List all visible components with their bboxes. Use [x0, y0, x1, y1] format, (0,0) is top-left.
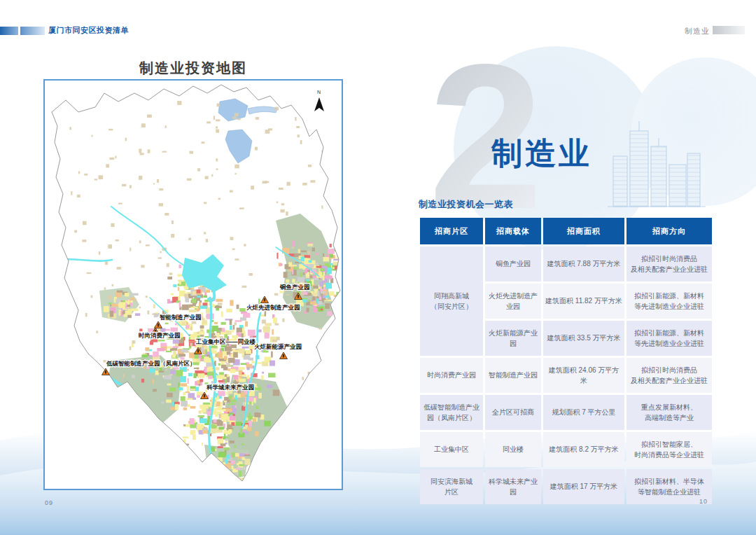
- cell-direction: 拟招引时尚消费品 及相关配套产业企业进驻: [626, 246, 712, 282]
- map-park-label: 低碳智能制造产业园（凤南片区）: [106, 360, 196, 367]
- table-title: 制造业投资机会一览表: [419, 198, 513, 211]
- document-page: 厦门市同安区投资清单 制造业 制造业投资地图: [0, 0, 756, 535]
- cell-size: 建筑面积 11.82 万平方米: [543, 284, 624, 319]
- cell-size: 建筑面积 7.88 万平方米: [543, 246, 624, 282]
- map-park-label: 时尚消费产业园: [139, 332, 181, 339]
- cell-carrier: 科学城未来产业园: [485, 469, 541, 504]
- buildings-illustration: [608, 116, 706, 208]
- map-park-label: 工业集中区——同业楼: [195, 338, 256, 345]
- cell-size: 建筑面积 17 万平方米: [543, 469, 624, 504]
- header-brand: 厦门市同安区投资清单: [48, 25, 129, 36]
- column-header-carrier: 招商载体: [485, 218, 541, 244]
- cell-area: 低碳智能制造产业 园（凤南片区）: [420, 395, 483, 430]
- table-row: 低碳智能制造产业 园（凤南片区） 全片区可招商 规划面积 7 平方公里 重点发展…: [420, 395, 712, 430]
- page-number-right: 10: [699, 498, 708, 505]
- column-header-size: 招商面积: [543, 218, 624, 244]
- cell-direction: 拟招引时尚消费品 及相关配套产业企业进驻: [626, 358, 712, 393]
- cell-size: 建筑面积 24.06 万平方米: [543, 358, 624, 393]
- cell-carrier: 同业楼: [485, 432, 541, 467]
- cell-size: 建筑面积 33.5 万平方米: [543, 321, 624, 356]
- table-row: 时尚消费产业园 智能制造产业园 建筑面积 24.06 万平方米 拟招引时尚消费品…: [420, 358, 712, 393]
- cell-area: 时尚消费产业园: [420, 358, 483, 393]
- header-accent-block-light: [20, 27, 45, 35]
- map-park-label: 火炬先进制造产业园: [246, 304, 300, 311]
- map-title: 制造业投资地图: [43, 59, 343, 78]
- investment-table: 招商片区 招商载体 招商面积 招商方向 同翔高新城 （同安片区） 铜鱼产业园 建…: [418, 216, 714, 506]
- cell-area: 同安滨海新城 片区: [420, 469, 483, 504]
- map-park-label: 铜鱼产业园: [279, 284, 310, 291]
- cell-direction: 拟招引新能源、新材料 等先进制造业企业进驻: [626, 284, 712, 319]
- cell-size: 规划面积 7 平方公里: [543, 395, 624, 430]
- column-header-area: 招商片区: [420, 218, 483, 244]
- cell-carrier: 铜鱼产业园: [485, 246, 541, 282]
- cell-carrier: 火炬新能源产业园: [485, 321, 541, 356]
- cell-size: 建筑面积 8.2 万平方米: [543, 432, 624, 467]
- header-accent-block-dark: [0, 27, 18, 35]
- svg-text:N: N: [317, 90, 321, 95]
- table-row: 同翔高新城 （同安片区） 铜鱼产业园 建筑面积 7.88 万平方米 拟招引时尚消…: [420, 246, 712, 282]
- cell-direction: 重点发展新材料、 高端制造等产业: [626, 395, 712, 430]
- map-park-label: 科学城未来产业园: [206, 384, 254, 391]
- table-row: 同安滨海新城 片区 科学城未来产业园 建筑面积 17 万平方米 拟招引新材料、半…: [420, 469, 712, 504]
- cell-direction: 拟招引新能源、新材料 等先进制造业企业进驻: [626, 321, 712, 356]
- cell-carrier: 智能制造产业园: [485, 358, 541, 393]
- page-number-left: 09: [45, 499, 53, 506]
- cell-area: 工业集中区: [420, 432, 483, 467]
- cell-carrier: 火炬先进制造产业园: [485, 284, 541, 319]
- north-arrow: N: [314, 90, 324, 111]
- cell-area: 同翔高新城 （同安片区）: [420, 246, 483, 356]
- investment-map: N 铜鱼产业园火炬先进制造产业园智能制造产业园时尚消费产业园工业集中区——同业楼…: [43, 79, 343, 490]
- cell-carrier: 全片区可招商: [485, 395, 541, 430]
- column-header-direction: 招商方向: [626, 218, 712, 244]
- table-row: 工业集中区 同业楼 建筑面积 8.2 万平方米 拟招引智能家居、 时尚消费品等企…: [420, 432, 712, 467]
- map-park-label: 智能制造产业园: [159, 314, 202, 321]
- chapter-title: 制造业: [491, 133, 592, 174]
- header-section-label: 制造业: [685, 26, 710, 36]
- cell-direction: 拟招引智能家居、 时尚消费品等企业进驻: [626, 432, 712, 467]
- map-park-label: 火炬新能源产业园: [254, 343, 302, 350]
- header-section-bar: [713, 26, 745, 34]
